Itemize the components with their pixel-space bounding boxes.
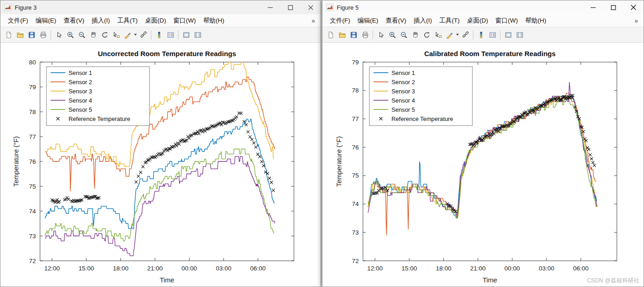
zoom-out-icon[interactable] bbox=[398, 29, 409, 40]
toolbar-separator bbox=[151, 30, 151, 40]
insert-colorbar-icon[interactable] bbox=[475, 29, 487, 40]
save-figure-icon[interactable] bbox=[348, 29, 359, 40]
svg-text:72: 72 bbox=[29, 258, 36, 264]
minimize-button[interactable] bbox=[260, 0, 280, 14]
figure5-toolbar bbox=[322, 27, 644, 43]
window-title: Figure 3 bbox=[15, 4, 37, 11]
show-plot-tools-icon[interactable] bbox=[514, 29, 525, 40]
svg-text:12:00: 12:00 bbox=[44, 265, 60, 272]
figure3-window: Figure 3 文件(F)编辑(E)查看(V)插入(I)工具(T)桌面(D)窗… bbox=[0, 0, 321, 287]
edit-plot-icon[interactable] bbox=[375, 29, 386, 40]
menu-item[interactable]: 查看(V) bbox=[382, 15, 410, 26]
hide-plot-tools-icon[interactable] bbox=[180, 29, 192, 40]
svg-text:74: 74 bbox=[29, 208, 36, 215]
svg-text:15:00: 15:00 bbox=[79, 265, 94, 272]
insert-colorbar-icon[interactable] bbox=[153, 29, 165, 40]
svg-text:21:00: 21:00 bbox=[147, 265, 163, 272]
svg-text:06:00: 06:00 bbox=[573, 265, 589, 272]
maximize-button[interactable] bbox=[280, 0, 300, 14]
menu-item[interactable]: 文件(F) bbox=[4, 15, 32, 26]
svg-text:Sensor 2: Sensor 2 bbox=[391, 79, 415, 86]
menu-item[interactable]: 文件(F) bbox=[326, 15, 354, 26]
close-button[interactable] bbox=[300, 0, 321, 14]
svg-text:Time: Time bbox=[483, 276, 497, 284]
menu-overflow-chevron[interactable]: » bbox=[632, 17, 640, 24]
svg-text:77: 77 bbox=[29, 133, 36, 140]
brush-dropdown-icon[interactable] bbox=[133, 29, 138, 40]
svg-text:77: 77 bbox=[352, 115, 359, 122]
rotate-3d-icon[interactable] bbox=[99, 29, 110, 40]
link-plot-icon[interactable] bbox=[138, 29, 149, 40]
menu-item[interactable]: 窗口(W) bbox=[492, 15, 522, 26]
print-figure-icon[interactable] bbox=[359, 29, 371, 40]
insert-legend-icon[interactable] bbox=[165, 29, 176, 40]
menu-item[interactable]: 插入(I) bbox=[410, 15, 436, 26]
menu-item[interactable]: 工具(T) bbox=[114, 15, 141, 26]
save-figure-icon[interactable] bbox=[26, 29, 37, 40]
toolbar-separator bbox=[178, 30, 178, 40]
svg-text:03:00: 03:00 bbox=[539, 265, 554, 272]
new-figure-icon[interactable] bbox=[325, 29, 336, 40]
menu-item[interactable]: 插入(I) bbox=[88, 15, 114, 26]
link-plot-icon[interactable] bbox=[460, 29, 471, 40]
open-file-icon[interactable] bbox=[14, 29, 26, 40]
menu-item[interactable]: 桌面(D) bbox=[141, 15, 170, 26]
menu-item[interactable]: 窗口(W) bbox=[170, 15, 200, 26]
svg-text:75: 75 bbox=[352, 172, 359, 179]
hide-plot-tools-icon[interactable] bbox=[502, 29, 514, 40]
rotate-3d-icon[interactable] bbox=[421, 29, 432, 40]
figure3-menubar: 文件(F)编辑(E)查看(V)插入(I)工具(T)桌面(D)窗口(W)帮助(H)… bbox=[0, 14, 321, 27]
svg-text:78: 78 bbox=[29, 109, 36, 115]
svg-text:06:00: 06:00 bbox=[250, 265, 266, 272]
brush-data-icon[interactable] bbox=[444, 29, 455, 40]
minimize-button[interactable] bbox=[583, 0, 603, 14]
pan-icon[interactable] bbox=[87, 29, 99, 40]
menu-item[interactable]: 帮助(H) bbox=[200, 15, 228, 26]
svg-text:79: 79 bbox=[352, 59, 359, 66]
maximize-button[interactable] bbox=[603, 0, 623, 14]
pan-icon[interactable] bbox=[409, 29, 421, 40]
close-button[interactable] bbox=[623, 0, 644, 14]
svg-text:79: 79 bbox=[29, 84, 36, 91]
toolbar-separator bbox=[500, 30, 500, 40]
figure5-canvas: 12:0015:0018:0021:0000:0003:0006:0072737… bbox=[322, 43, 644, 287]
svg-text:73: 73 bbox=[352, 229, 359, 236]
menu-overflow-chevron[interactable]: » bbox=[310, 17, 317, 24]
print-figure-icon[interactable] bbox=[37, 29, 49, 40]
data-cursor-icon[interactable] bbox=[432, 29, 444, 40]
open-file-icon[interactable] bbox=[336, 29, 348, 40]
zoom-in-icon[interactable] bbox=[386, 29, 398, 40]
svg-text:Temperature (°F): Temperature (°F) bbox=[335, 136, 343, 187]
svg-text:12:00: 12:00 bbox=[367, 265, 383, 272]
svg-text:Sensor 1: Sensor 1 bbox=[391, 69, 415, 76]
svg-text:Reference Temperature: Reference Temperature bbox=[391, 115, 453, 122]
uncorrected-chart[interactable]: 12:0015:0018:0021:0000:0003:0006:0072737… bbox=[0, 43, 321, 287]
svg-text:80: 80 bbox=[29, 59, 36, 66]
menu-item[interactable]: 工具(T) bbox=[436, 15, 463, 26]
menu-item[interactable]: 桌面(D) bbox=[463, 15, 492, 26]
new-figure-icon[interactable] bbox=[3, 29, 14, 40]
svg-text:Sensor 4: Sensor 4 bbox=[391, 97, 415, 104]
figure5-titlebar: Figure 5 bbox=[322, 0, 644, 14]
menu-item[interactable]: 查看(V) bbox=[60, 15, 88, 26]
menu-item[interactable]: 编辑(E) bbox=[32, 15, 60, 26]
svg-text:76: 76 bbox=[352, 144, 359, 151]
svg-text:00:00: 00:00 bbox=[505, 265, 520, 272]
figure5-menubar: 文件(F)编辑(E)查看(V)插入(I)工具(T)桌面(D)窗口(W)帮助(H)… bbox=[322, 14, 644, 27]
show-plot-tools-icon[interactable] bbox=[192, 29, 203, 40]
svg-text:18:00: 18:00 bbox=[113, 265, 128, 272]
svg-text:Temperature (°F): Temperature (°F) bbox=[12, 136, 20, 187]
edit-plot-icon[interactable] bbox=[53, 29, 64, 40]
data-cursor-icon[interactable] bbox=[110, 29, 122, 40]
menu-item[interactable]: 编辑(E) bbox=[354, 15, 382, 26]
brush-dropdown-icon[interactable] bbox=[455, 29, 460, 40]
svg-text:78: 78 bbox=[352, 87, 359, 94]
menu-item[interactable]: 帮助(H) bbox=[522, 15, 550, 26]
brush-data-icon[interactable] bbox=[122, 29, 133, 40]
calibrated-chart[interactable]: 12:0015:0018:0021:0000:0003:0006:0072737… bbox=[322, 43, 644, 287]
window-controls bbox=[583, 0, 644, 14]
svg-text:72: 72 bbox=[352, 258, 359, 264]
zoom-out-icon[interactable] bbox=[76, 29, 87, 40]
zoom-in-icon[interactable] bbox=[64, 29, 76, 40]
insert-legend-icon[interactable] bbox=[487, 29, 498, 40]
